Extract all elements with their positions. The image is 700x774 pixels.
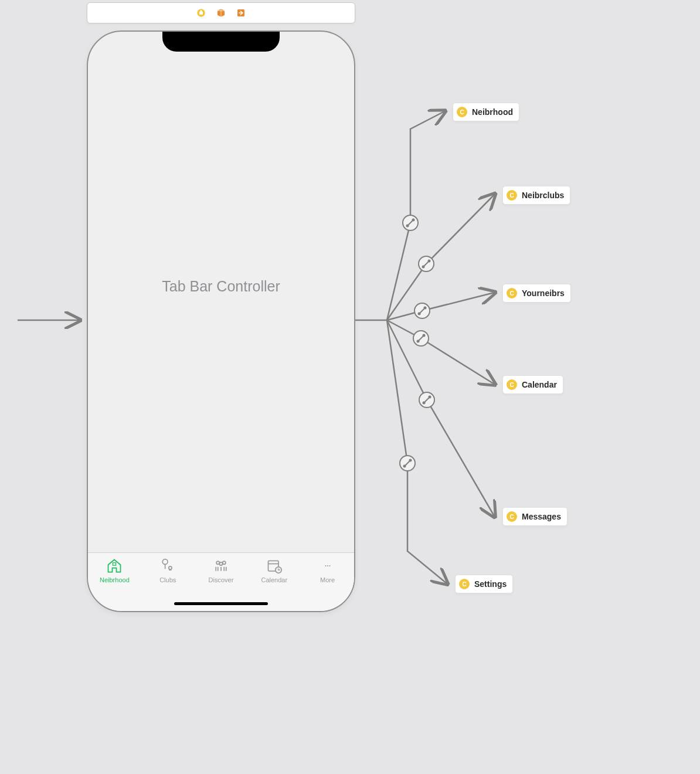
destination-label: Neibrhood xyxy=(472,107,513,117)
controller-icon: C xyxy=(507,379,517,390)
tab-label: Discover xyxy=(209,576,234,583)
destination-calendar[interactable]: C Calendar xyxy=(502,375,563,394)
svg-point-25 xyxy=(424,307,427,310)
svg-rect-1 xyxy=(199,12,203,15)
svg-point-22 xyxy=(428,260,431,263)
controller-icon: C xyxy=(507,511,517,522)
tab-label: Neibrhood xyxy=(100,576,130,583)
tab-label: More xyxy=(320,576,335,583)
svg-point-14 xyxy=(327,565,328,566)
people-group-icon xyxy=(213,558,229,574)
tab-calendar[interactable]: Calendar xyxy=(251,558,298,583)
svg-point-13 xyxy=(325,565,326,566)
tab-label: Calendar xyxy=(261,576,287,583)
destination-neibrhood[interactable]: C Neibrhood xyxy=(453,103,519,121)
svg-point-31 xyxy=(429,396,431,399)
svg-line-26 xyxy=(418,335,424,341)
controller-icon: C xyxy=(507,190,517,201)
controller-icon: C xyxy=(459,579,470,589)
destination-messages[interactable]: C Messages xyxy=(502,507,568,526)
controller-icon: C xyxy=(507,288,517,298)
calendar-clock-icon xyxy=(266,558,283,574)
svg-rect-2 xyxy=(201,11,202,12)
tab-label: Clubs xyxy=(159,576,176,583)
svg-point-28 xyxy=(423,334,426,337)
people-tree-icon xyxy=(159,558,176,574)
destination-settings[interactable]: C Settings xyxy=(455,575,513,593)
tab-neibrhood[interactable]: Neibrhood xyxy=(91,558,138,583)
svg-point-34 xyxy=(409,459,412,462)
scene-badge-icon xyxy=(196,8,206,18)
tab-more[interactable]: More xyxy=(304,558,351,583)
destination-yourneibrs[interactable]: C Yourneibrs xyxy=(502,284,571,303)
destination-label: Calendar xyxy=(522,380,557,389)
destination-label: Yourneibrs xyxy=(522,288,565,298)
segue-marker xyxy=(403,215,418,230)
scene-toolbar[interactable] xyxy=(87,2,355,23)
svg-line-32 xyxy=(405,460,410,466)
scene-title: Tab Bar Controller xyxy=(88,32,354,541)
segue-marker xyxy=(419,392,434,408)
home-indicator xyxy=(174,602,268,605)
svg-line-29 xyxy=(424,397,430,403)
phone-device-frame: Tab Bar Controller Neibrhood Clubs xyxy=(87,30,355,612)
svg-point-27 xyxy=(417,340,420,343)
segue-marker xyxy=(414,303,430,318)
tab-clubs[interactable]: Clubs xyxy=(144,558,191,583)
svg-point-19 xyxy=(412,219,415,222)
controller-icon: C xyxy=(457,107,467,117)
svg-line-20 xyxy=(423,261,429,267)
segue-marker xyxy=(400,456,415,471)
svg-line-17 xyxy=(407,220,413,226)
svg-point-15 xyxy=(329,565,330,566)
svg-point-33 xyxy=(403,465,406,468)
tab-discover[interactable]: Discover xyxy=(198,558,244,583)
svg-point-6 xyxy=(169,566,172,569)
destination-label: Settings xyxy=(474,579,507,589)
destination-label: Messages xyxy=(522,512,561,521)
svg-point-5 xyxy=(162,559,168,565)
segue-marker xyxy=(419,256,434,271)
destination-neibrclubs[interactable]: C Neibrclubs xyxy=(502,186,570,205)
destination-label: Neibrclubs xyxy=(522,191,564,200)
svg-rect-4 xyxy=(113,563,116,565)
svg-point-24 xyxy=(418,313,421,315)
segue-marker xyxy=(413,331,429,346)
dots-icon xyxy=(320,558,336,574)
svg-point-30 xyxy=(423,402,426,405)
svg-point-9 xyxy=(219,562,222,565)
first-responder-icon xyxy=(216,8,226,18)
svg-point-18 xyxy=(406,225,409,228)
house-icon xyxy=(106,558,123,574)
svg-point-21 xyxy=(422,266,425,269)
svg-line-23 xyxy=(419,308,425,314)
exit-icon xyxy=(236,8,246,18)
